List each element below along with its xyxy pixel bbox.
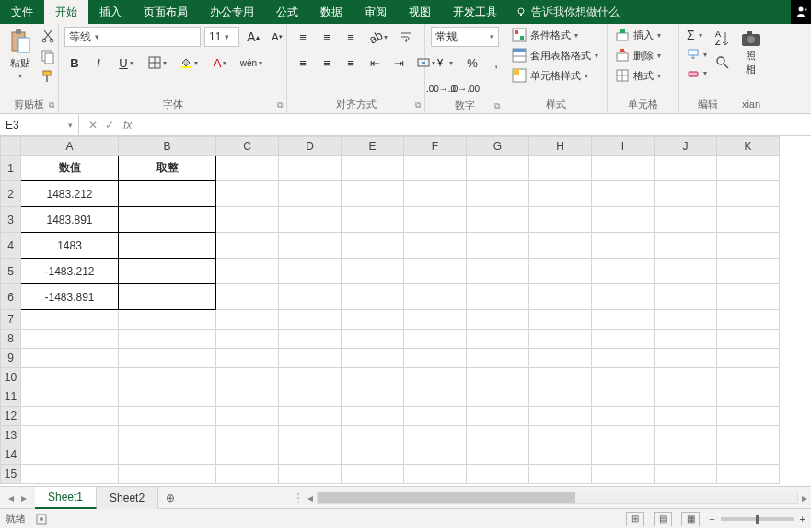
cell[interactable] <box>216 407 279 426</box>
cell[interactable] <box>216 426 279 445</box>
sort-filter-icon[interactable]: AZ <box>714 29 731 49</box>
col-header-g[interactable]: G <box>467 137 529 156</box>
accounting-format-button[interactable]: ¥▾ <box>431 52 458 73</box>
cell[interactable] <box>529 465 592 484</box>
enter-formula-button[interactable]: ✓ <box>105 119 114 132</box>
align-bottom-button[interactable]: ≡ <box>341 27 361 47</box>
font-size-dropdown[interactable]: 11▾ <box>204 27 239 47</box>
cell[interactable] <box>216 368 279 387</box>
cell[interactable] <box>592 368 655 387</box>
cell[interactable] <box>529 407 592 426</box>
italic-button[interactable]: I <box>88 52 109 73</box>
cell[interactable] <box>592 259 655 284</box>
row-header[interactable]: 6 <box>1 284 21 310</box>
cell[interactable] <box>279 181 342 207</box>
align-left-button[interactable]: ≡ <box>293 52 313 73</box>
zoom-out-button[interactable]: − <box>709 514 714 525</box>
cell[interactable]: 1483 <box>21 233 119 259</box>
cell[interactable]: 1483.891 <box>21 207 119 233</box>
horizontal-scrollbar[interactable]: ◂ ▸ <box>304 492 811 504</box>
cell[interactable] <box>342 284 404 310</box>
row-header[interactable]: 15 <box>1 465 21 484</box>
orientation-button[interactable]: ab▾ <box>365 27 392 47</box>
cell[interactable] <box>119 284 216 310</box>
scroll-left-button[interactable]: ◂ <box>307 492 313 504</box>
cell[interactable] <box>21 310 119 330</box>
cell[interactable] <box>717 426 780 445</box>
cell[interactable] <box>529 181 592 207</box>
cell[interactable] <box>216 181 279 207</box>
cancel-formula-button[interactable]: ✕ <box>88 119 98 132</box>
cell[interactable] <box>404 445 467 465</box>
cell[interactable] <box>119 233 216 259</box>
sheet-tab-1[interactable]: Sheet1 <box>35 487 97 509</box>
cell[interactable] <box>342 426 404 445</box>
cell[interactable]: 1483.212 <box>21 181 119 207</box>
tab-view[interactable]: 视图 <box>398 0 442 24</box>
cell[interactable] <box>21 407 119 426</box>
cell[interactable] <box>717 465 780 484</box>
percent-button[interactable]: % <box>462 52 482 73</box>
cell[interactable] <box>216 233 279 259</box>
cell[interactable]: -1483.212 <box>21 259 119 284</box>
decrease-font-button[interactable]: A▾ <box>267 27 287 47</box>
row-header[interactable]: 7 <box>1 310 21 330</box>
cell[interactable] <box>717 233 780 259</box>
insert-cells-button[interactable]: 插入▾ <box>613 27 663 43</box>
cell[interactable] <box>119 407 216 426</box>
cell[interactable] <box>342 259 404 284</box>
delete-cells-button[interactable]: 删除▾ <box>613 47 663 64</box>
cell[interactable] <box>655 426 717 445</box>
add-sheet-button[interactable]: ⊕ <box>158 492 182 504</box>
cell[interactable] <box>467 156 529 181</box>
cell[interactable] <box>592 233 655 259</box>
cell[interactable] <box>404 407 467 426</box>
cell[interactable] <box>279 284 342 310</box>
cell[interactable] <box>592 349 655 368</box>
zoom-slider[interactable] <box>721 517 794 521</box>
cell[interactable] <box>404 284 467 310</box>
cell[interactable] <box>342 407 404 426</box>
cell[interactable] <box>529 330 592 349</box>
cell[interactable]: 数值 <box>21 156 119 181</box>
cell[interactable] <box>342 465 404 484</box>
col-header-k[interactable]: K <box>717 137 780 156</box>
cell[interactable] <box>592 330 655 349</box>
cell[interactable] <box>467 387 529 407</box>
tab-office[interactable]: 办公专用 <box>199 0 265 24</box>
cell[interactable] <box>404 207 467 233</box>
cell[interactable] <box>467 407 529 426</box>
cell[interactable] <box>404 368 467 387</box>
cell[interactable] <box>279 407 342 426</box>
cell[interactable] <box>717 310 780 330</box>
cell[interactable] <box>21 426 119 445</box>
font-color-button[interactable]: A▾ <box>206 52 234 73</box>
cell[interactable] <box>119 349 216 368</box>
cell[interactable] <box>21 349 119 368</box>
cell[interactable] <box>216 445 279 465</box>
cell[interactable] <box>279 445 342 465</box>
fill-button[interactable]: ▾ <box>685 47 709 62</box>
cell[interactable] <box>279 465 342 484</box>
cell[interactable] <box>279 349 342 368</box>
row-header[interactable]: 12 <box>1 407 21 426</box>
cell[interactable] <box>655 349 717 368</box>
row-header[interactable]: 11 <box>1 387 21 407</box>
cell[interactable] <box>279 207 342 233</box>
find-select-icon[interactable] <box>714 54 731 71</box>
cell[interactable] <box>216 387 279 407</box>
cell[interactable] <box>119 465 216 484</box>
fill-color-button[interactable]: ▾ <box>175 52 203 73</box>
cell[interactable] <box>119 387 216 407</box>
cut-icon[interactable] <box>41 29 55 43</box>
underline-button[interactable]: U▾ <box>112 52 140 73</box>
align-middle-button[interactable]: ≡ <box>317 27 337 47</box>
cell[interactable] <box>529 284 592 310</box>
cell[interactable] <box>404 233 467 259</box>
clear-button[interactable]: ▾ <box>685 65 709 80</box>
decrease-indent-button[interactable]: ⇤ <box>365 52 385 73</box>
cell[interactable] <box>592 445 655 465</box>
fx-label[interactable]: fx <box>123 119 132 132</box>
row-header[interactable]: 8 <box>1 330 21 349</box>
cell[interactable] <box>717 445 780 465</box>
